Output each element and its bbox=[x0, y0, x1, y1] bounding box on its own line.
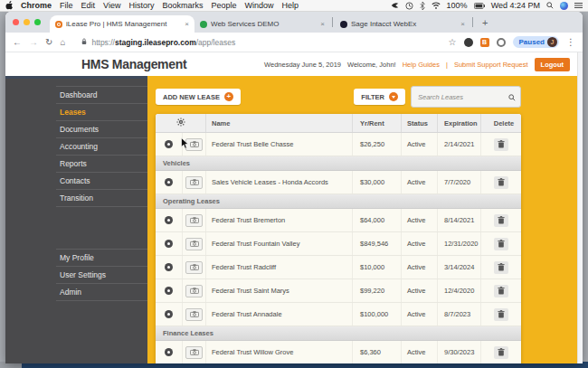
spotlight-icon[interactable] bbox=[546, 2, 554, 9]
location-marker-icon[interactable] bbox=[165, 348, 173, 356]
tab-close-icon[interactable]: × bbox=[460, 20, 465, 28]
notification-center-icon[interactable] bbox=[574, 2, 583, 9]
location-marker-icon[interactable] bbox=[165, 216, 173, 224]
tray-clock-icon[interactable] bbox=[405, 2, 413, 10]
menu-history[interactable]: History bbox=[128, 1, 154, 10]
menubar-app-name[interactable]: Chrome bbox=[21, 1, 52, 10]
menu-edit[interactable]: Edit bbox=[81, 1, 96, 10]
location-marker-icon[interactable] bbox=[165, 287, 173, 295]
apple-menu-icon[interactable] bbox=[5, 1, 13, 10]
sync-paused-badge[interactable]: Paused J bbox=[513, 36, 559, 48]
profile-avatar[interactable]: J bbox=[547, 37, 557, 47]
sidebar-item-my-profile[interactable]: My Profile bbox=[56, 250, 147, 267]
page-scrollbar[interactable] bbox=[577, 52, 583, 363]
column-header-expiration[interactable]: Expiration bbox=[438, 114, 481, 132]
camera-button[interactable] bbox=[185, 214, 203, 227]
camera-button[interactable] bbox=[185, 285, 203, 297]
link-separator: | bbox=[446, 61, 448, 69]
location-marker-icon[interactable] bbox=[165, 263, 173, 271]
sidebar-item-dashboard[interactable]: Dashboard bbox=[56, 87, 147, 104]
sidebar-item-reports[interactable]: Reports bbox=[56, 156, 147, 173]
battery-icon[interactable] bbox=[474, 3, 485, 9]
menu-window[interactable]: Window bbox=[244, 1, 273, 10]
zoom-window-button[interactable] bbox=[34, 19, 41, 25]
delete-button[interactable] bbox=[494, 138, 508, 151]
submit-support-request-link[interactable]: Submit Support Request bbox=[454, 61, 528, 69]
lease-name[interactable]: Federal Trust Saint Marys bbox=[206, 279, 353, 302]
delete-button[interactable] bbox=[494, 346, 508, 359]
location-marker-icon[interactable] bbox=[165, 310, 173, 318]
menu-file[interactable]: File bbox=[60, 1, 73, 10]
delete-button[interactable] bbox=[494, 238, 508, 250]
lease-name[interactable]: Federal Trust Willow Grove bbox=[206, 341, 353, 363]
camera-button[interactable] bbox=[185, 238, 203, 250]
camera-icon bbox=[190, 288, 199, 294]
delete-button[interactable] bbox=[494, 285, 508, 297]
delete-button[interactable] bbox=[494, 214, 508, 227]
lease-name[interactable]: Federal Trust Bremerton bbox=[206, 209, 353, 231]
home-button[interactable]: ⌂ bbox=[60, 38, 65, 47]
lease-name[interactable]: Federal Trust Belle Chasse bbox=[206, 133, 353, 156]
reload-button[interactable]: ↻ bbox=[45, 38, 52, 47]
column-header-status[interactable]: Status bbox=[402, 114, 438, 132]
table-row: Federal Trust Bremerton $64,000 Active 8… bbox=[156, 209, 521, 232]
forward-button[interactable]: → bbox=[29, 38, 38, 47]
tray-app-icon[interactable] bbox=[391, 2, 399, 9]
extension-icon-1[interactable] bbox=[464, 38, 473, 47]
menubar-clock-label[interactable]: Wed 4:24 PM bbox=[491, 1, 540, 10]
camera-button[interactable] bbox=[185, 346, 203, 359]
column-header-yr-rent[interactable]: Yr/Rent bbox=[353, 114, 402, 132]
column-settings-header[interactable] bbox=[156, 114, 206, 132]
add-new-lease-button[interactable]: ADD NEW LEASE + bbox=[156, 89, 241, 105]
camera-button[interactable] bbox=[185, 261, 203, 274]
tab-close-icon[interactable]: × bbox=[185, 20, 189, 28]
tray-bluetooth-icon[interactable] bbox=[420, 2, 425, 10]
add-new-lease-label: ADD NEW LEASE bbox=[163, 93, 220, 101]
close-window-button[interactable] bbox=[13, 19, 19, 25]
sidebar-item-leases[interactable]: Leases bbox=[56, 104, 147, 121]
lease-name[interactable]: Sales Vehicle Leases - Honda Accords bbox=[206, 171, 353, 193]
lease-name[interactable]: Federal Trust Radcliff bbox=[206, 256, 353, 278]
paused-label: Paused bbox=[519, 38, 545, 46]
column-header-name[interactable]: Name bbox=[206, 114, 353, 132]
menu-help[interactable]: Help bbox=[281, 1, 299, 10]
camera-button[interactable] bbox=[185, 176, 203, 189]
back-button[interactable]: ← bbox=[13, 38, 22, 47]
menu-view[interactable]: View bbox=[103, 1, 120, 10]
search-icon[interactable] bbox=[508, 89, 516, 105]
filter-button[interactable]: FILTER bbox=[354, 89, 405, 105]
sidebar-item-user-settings[interactable]: User Settings bbox=[56, 267, 147, 284]
lease-name[interactable]: Federal Trust Fountain Valley bbox=[206, 232, 353, 255]
lease-name[interactable]: Federal Trust Annadale bbox=[206, 303, 353, 326]
extension-icon-3[interactable] bbox=[497, 38, 506, 47]
location-marker-icon[interactable] bbox=[165, 140, 173, 148]
tray-wifi-icon[interactable] bbox=[432, 2, 441, 9]
tab-sage-intacct-webex[interactable]: Sage Intacct WebEx × bbox=[335, 15, 470, 33]
siri-icon[interactable] bbox=[560, 2, 568, 10]
help-guides-link[interactable]: Help Guides bbox=[403, 61, 440, 69]
sidebar-item-accounting[interactable]: Accounting bbox=[56, 138, 147, 156]
tab-close-icon[interactable]: × bbox=[320, 20, 325, 28]
delete-button[interactable] bbox=[494, 308, 508, 321]
sidebar-item-transition[interactable]: Transition bbox=[56, 190, 147, 207]
camera-button[interactable] bbox=[185, 308, 203, 321]
logout-button[interactable]: Logout bbox=[535, 58, 570, 71]
location-marker-icon[interactable] bbox=[165, 240, 173, 248]
sidebar-item-contacts[interactable]: Contacts bbox=[56, 173, 147, 190]
sidebar-item-documents[interactable]: Documents bbox=[56, 121, 147, 138]
delete-button[interactable] bbox=[494, 261, 508, 274]
menu-people[interactable]: People bbox=[211, 1, 236, 10]
sidebar-item-admin[interactable]: Admin bbox=[56, 284, 147, 301]
delete-button[interactable] bbox=[494, 176, 508, 189]
omnibox[interactable]: https://staging.ileasepro.com/app/leases bbox=[72, 38, 441, 47]
location-marker-icon[interactable] bbox=[165, 178, 173, 186]
tab-ilease-pro[interactable]: iLease Pro | HMS Management × bbox=[50, 15, 194, 33]
search-input[interactable] bbox=[416, 92, 505, 102]
new-tab-button[interactable]: + bbox=[475, 17, 495, 28]
extension-icon-2[interactable]: B bbox=[480, 38, 489, 47]
tab-web-services-demo[interactable]: Web Services DEMO × bbox=[194, 15, 330, 33]
browser-menu-icon[interactable]: ⋮ bbox=[566, 37, 575, 47]
minimize-window-button[interactable] bbox=[24, 19, 30, 25]
menu-bookmarks[interactable]: Bookmarks bbox=[162, 1, 203, 10]
bookmark-star-icon[interactable]: ☆ bbox=[449, 38, 457, 47]
